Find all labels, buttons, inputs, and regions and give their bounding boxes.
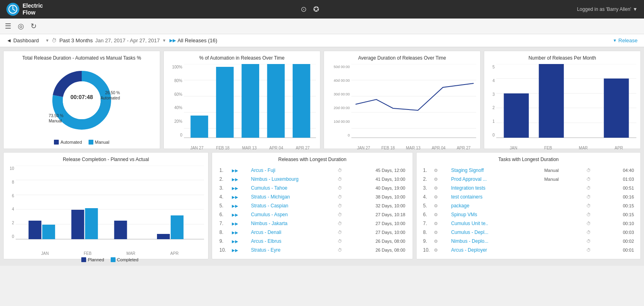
dashboard-breadcrumb[interactable]: ◄ Dashboard	[6, 37, 39, 43]
user-info[interactable]: Logged in as 'Barry Allen' ▼	[577, 6, 638, 12]
release-name[interactable]: Stratus - Caspian	[249, 202, 334, 210]
task-name[interactable]: Nimbus - Deplo...	[450, 237, 542, 245]
clock-icon: ⏱	[335, 193, 351, 201]
x-label-mar13: MAR 13	[242, 146, 257, 150]
breadcrumb-bar: ◄ Dashboard ▼ ⏱ Past 3 Months Jan 27, 20…	[0, 34, 644, 48]
task-clock-icon: ⏱	[585, 246, 602, 254]
task-name[interactable]: Integration tests	[450, 184, 542, 192]
filter-arrow2[interactable]: ▼	[162, 38, 166, 43]
automated-label: Automated	[101, 96, 120, 100]
task-type	[543, 211, 584, 219]
release-duration: 27 Days, 10:00	[351, 219, 408, 227]
clock-icon: ⏱	[335, 211, 351, 219]
x-rc-mar: MAR	[126, 251, 135, 256]
legend-automated: Automated	[54, 140, 82, 145]
donut-chart-title: Total Release Duration - Automated vs Ma…	[8, 55, 156, 61]
release-num: 4.	[217, 193, 229, 201]
task-name[interactable]: test containers	[450, 193, 542, 201]
legend-automated-label: Automated	[60, 140, 82, 145]
manual-pct-label: 73.50 %	[49, 114, 64, 118]
task-name[interactable]: Prod Approval ...	[450, 175, 542, 183]
release-arrow: ▶▶	[229, 202, 248, 210]
task-name[interactable]: Cumulus - Depl...	[450, 228, 542, 236]
release-duration: 40 Days, 19:00	[351, 184, 408, 192]
topbar-center-icons: ⊙ ✪	[301, 5, 319, 14]
bottom-row: Release Completion - Planned vs Actual 1…	[3, 152, 641, 259]
x-dur-apr04: APR 04	[431, 146, 445, 150]
svg-rect-14	[267, 64, 285, 138]
svg-rect-38	[42, 225, 55, 239]
task-clock-icon: ⏱	[585, 184, 602, 192]
clock-icon: ⏱	[335, 246, 351, 254]
release-name[interactable]: Nimbus - Luxembourg	[249, 175, 334, 183]
list-item: 8. ▶▶ Arcus - Denali ⏱ 27 Days, 10:00	[217, 228, 408, 236]
legend-manual-label: Manual	[95, 140, 109, 145]
filter-dropdown-arrow[interactable]: ▼	[45, 38, 49, 43]
longest-releases-title: Releases with Longest Duration	[216, 157, 409, 162]
globe-icon[interactable]: ✪	[313, 5, 319, 14]
task-name[interactable]: package	[450, 202, 542, 210]
release-arrow: ▶▶	[229, 184, 248, 192]
gear-icon: ⚙	[432, 193, 449, 201]
gear-icon: ⚙	[432, 246, 449, 254]
task-clock-icon: ⏱	[585, 211, 602, 219]
task-name[interactable]: Staging Signoff	[450, 166, 542, 174]
task-type	[543, 184, 584, 192]
task-duration: 01:03	[603, 175, 636, 183]
legend-planned: Planned	[81, 257, 104, 262]
logo[interactable]: Electric Flow	[6, 2, 43, 16]
list-item: 6. ▶▶ Cumulus - Aspen ⏱ 27 Days, 10:18	[217, 211, 408, 219]
task-clock-icon: ⏱	[585, 166, 602, 174]
avg-duration-plot: JAN 27 FEB 18 MAR 13 APR 04 APR 27	[351, 64, 476, 145]
list-item: 10. ⚙ Arcus - Deployer ⏱ 00:01	[421, 246, 636, 254]
list-item: 2. ⚙ Prod Approval ... Manual ⏱ 01:03	[421, 175, 636, 183]
x-rpm-jan: JAN	[510, 146, 517, 150]
hamburger-icon[interactable]: ☰	[5, 22, 11, 31]
gear-icon: ⚙	[432, 166, 449, 174]
target-icon[interactable]: ◎	[18, 22, 24, 31]
svg-rect-43	[171, 215, 184, 239]
release-duration: 26 Days, 08:00	[351, 246, 408, 254]
release-num: 8.	[217, 228, 229, 236]
task-name[interactable]: Cumulus Unit te..	[450, 219, 542, 227]
release-name[interactable]: Nimbus - Jakarta	[249, 219, 334, 227]
release-arrow: ▶▶	[229, 211, 248, 219]
all-releases-button[interactable]: ▶▶ All Releases (16)	[169, 37, 217, 43]
task-name[interactable]: Spinup VMs	[450, 211, 542, 219]
y-rc-3: 4	[8, 207, 14, 211]
list-item: 7. ⚙ Cumulus Unit te.. ⏱ 00:10	[421, 219, 636, 227]
release-name[interactable]: Cumulus - Tahoe	[249, 184, 334, 192]
release-name[interactable]: Arcus - Fuji	[249, 166, 334, 174]
release-name[interactable]: Arcus - Elbrus	[249, 237, 334, 245]
task-name[interactable]: Arcus - Deployer	[450, 246, 542, 254]
release-num: 5.	[217, 202, 229, 210]
date-range-label[interactable]: Past 3 Months	[59, 37, 93, 43]
release-name[interactable]: Cumulus - Aspen	[249, 211, 334, 219]
avg-duration-card: Average Duration of Releases Over Time 5…	[324, 51, 481, 149]
release-name[interactable]: Stratus - Eyre	[249, 246, 334, 254]
release-name[interactable]: Arcus - Denali	[249, 228, 334, 236]
y-label-1: 80%	[168, 79, 182, 83]
manual-label: Manual	[49, 119, 62, 123]
speedometer-icon[interactable]: ⊙	[301, 5, 307, 14]
svg-rect-12	[216, 67, 234, 138]
svg-rect-29	[539, 64, 564, 138]
release-name[interactable]: Stratus - Michigan	[249, 193, 334, 201]
donut-container: 00:07:48 26.50 % Automated 73.50 % Manua…	[8, 64, 156, 145]
release-arrow: ▶▶	[229, 193, 248, 201]
x-rc-apr: APR	[170, 251, 179, 256]
dashboard-label: Dashboard	[13, 37, 39, 43]
donut-legend: Automated Manual	[54, 140, 109, 145]
release-link[interactable]: Release	[618, 37, 638, 43]
refresh-icon[interactable]: ↻	[31, 22, 37, 31]
svg-rect-42	[157, 234, 170, 239]
release-num: 7.	[217, 219, 229, 227]
task-num: 7.	[421, 219, 431, 227]
svg-rect-28	[504, 93, 529, 138]
release-completion-title: Release Completion - Planned vs Actual	[8, 157, 204, 162]
x-dur-apr27: APR 27	[457, 146, 471, 150]
svg-rect-39	[71, 210, 84, 239]
y-rpm-4: 1	[488, 119, 495, 124]
task-clock-icon: ⏱	[585, 202, 602, 210]
x-dur-mar13: MAR 13	[406, 146, 421, 150]
